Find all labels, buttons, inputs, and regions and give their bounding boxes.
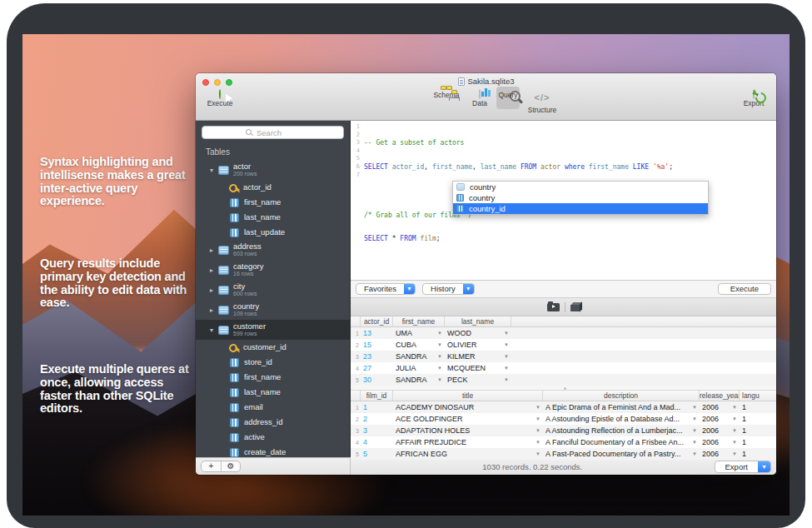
sidebar-item-first-name-2[interactable]: first_name	[196, 370, 350, 385]
add-button[interactable]: +	[202, 461, 221, 471]
cell-dropdown-icon[interactable]: ▼	[732, 428, 740, 433]
cell-dropdown-icon[interactable]: ▼	[692, 440, 700, 445]
search-field[interactable]	[202, 126, 344, 139]
sidebar-item-last-name[interactable]: last_name	[196, 210, 350, 225]
chevron-expanded-icon[interactable]: ▾	[207, 326, 216, 334]
data-toolbar-button[interactable]: Data	[467, 90, 492, 107]
column-header-release-year[interactable]: release_year	[700, 391, 740, 401]
cell-dropdown-icon[interactable]: ▼	[504, 377, 511, 382]
cell-dropdown-icon[interactable]: ▼	[536, 405, 543, 410]
table-row[interactable]: 5 30 SANDRA▼ PECK▼	[351, 374, 776, 386]
autocomplete-item-country-column[interactable]: country	[453, 192, 708, 203]
cell-dropdown-icon[interactable]: ▼	[504, 366, 511, 371]
table-row[interactable]: 3 23 SANDRA▼ KILMER▼	[351, 351, 776, 362]
cell-dropdown-icon[interactable]: ▼	[732, 440, 740, 445]
column-header-language[interactable]: langu	[740, 391, 776, 401]
cell-pk: 15	[361, 341, 393, 349]
cell: 2006▼	[700, 426, 740, 435]
sidebar-item-create-date[interactable]: create_date	[196, 445, 350, 457]
results-toolbar	[351, 298, 776, 316]
column-header-actor-id[interactable]: actor_id	[361, 316, 393, 326]
chevron-down-icon[interactable]: ▼	[404, 284, 415, 294]
cell-dropdown-icon[interactable]: ▼	[692, 405, 700, 410]
search-input[interactable]	[257, 128, 300, 137]
monitor-bezel: Syntax highlighting and intellisense mak…	[7, 3, 805, 528]
sidebar-item-first-name[interactable]: first_name	[196, 195, 350, 210]
execute-toolbar-button[interactable]: Execute	[203, 90, 237, 107]
table-row[interactable]: 1 1 ACADEMY DINOSAUR▼ A Epic Drama of a …	[351, 401, 776, 413]
sidebar-item-actor-id[interactable]: actor_id	[196, 180, 350, 195]
table-row[interactable]: 4 4 AFFAIR PREJUDICE▼ A Fanciful Documen…	[351, 436, 776, 448]
add-settings-control: + ⚙	[201, 461, 241, 472]
column-icon	[456, 205, 464, 212]
table-row[interactable]: 5 5 AFRICAN EGG▼ A Fast-Paced Documentar…	[351, 448, 776, 460]
query-toolbar-button-selected[interactable]: Query	[494, 90, 522, 99]
history-dropdown[interactable]: History ▼	[422, 283, 475, 295]
schema-toolbar-button[interactable]: Schema	[429, 90, 464, 99]
cell-dropdown-icon[interactable]: ▼	[732, 405, 740, 410]
run-folder-icon[interactable]	[547, 303, 560, 311]
autocomplete-item-country-id-selected[interactable]: country_id	[453, 203, 708, 214]
cell-dropdown-icon[interactable]: ▼	[437, 342, 445, 347]
chevron-down-icon[interactable]: ▼	[758, 461, 770, 472]
table-row[interactable]: 2 2 ACE GOLDFINGER▼ A Astounding Epistle…	[351, 413, 776, 425]
cell-dropdown-icon[interactable]: ▼	[504, 331, 511, 336]
cell-dropdown-icon[interactable]: ▼	[692, 451, 700, 456]
cell-dropdown-icon[interactable]: ▼	[692, 428, 700, 433]
execute-query-button[interactable]: Execute	[718, 283, 771, 295]
chevron-expanded-icon[interactable]: ▾	[207, 167, 216, 174]
table-row[interactable]: 4 27 JULIA▼ MCQUEEN▼	[351, 362, 776, 374]
cell-dropdown-icon[interactable]: ▼	[437, 366, 445, 371]
sidebar-item-address-id[interactable]: address_id	[196, 415, 350, 430]
sql-editor[interactable]: 1 2 3 4 5 6 7 -- Get a subset of actors …	[351, 121, 776, 281]
column-header-last-name[interactable]: last_name	[445, 316, 511, 326]
cell-dropdown-icon[interactable]: ▼	[732, 416, 740, 421]
favorites-dropdown[interactable]: Favorites ▼	[356, 283, 416, 295]
cell-dropdown-icon[interactable]: ▼	[437, 377, 445, 382]
export-toolbar-button[interactable]: ▼ Export	[738, 90, 770, 107]
sidebar-item-address[interactable]: ▸ address603 rows	[196, 240, 350, 260]
sidebar-item-customer-id[interactable]: customer_id	[196, 340, 350, 355]
sidebar-item-active[interactable]: active	[196, 430, 350, 445]
cell-dropdown-icon[interactable]: ▼	[732, 451, 740, 456]
cell-dropdown-icon[interactable]: ▼	[536, 440, 543, 445]
chevron-collapsed-icon[interactable]: ▸	[207, 306, 216, 314]
cell-dropdown-icon[interactable]: ▼	[536, 451, 543, 456]
cell-dropdown-icon[interactable]: ▼	[536, 416, 543, 421]
cell-dropdown-icon[interactable]: ▼	[437, 354, 445, 359]
column-header-first-name[interactable]: first_name	[393, 316, 445, 326]
chevron-collapsed-icon[interactable]: ▸	[207, 266, 216, 274]
table-row[interactable]: 3 3 ADAPTATION HOLES▼ A Astounding Refle…	[351, 425, 776, 436]
sidebar-item-actor[interactable]: ▾ actor200 rows	[196, 160, 350, 180]
horizontal-scrollbar[interactable]	[351, 386, 776, 391]
database-box-icon[interactable]	[570, 305, 580, 311]
chevron-collapsed-icon[interactable]: ▸	[207, 286, 216, 294]
gear-button[interactable]: ⚙	[221, 461, 240, 471]
sidebar-item-customer-selected[interactable]: ▾ customer599 rows	[196, 320, 350, 340]
cell-dropdown-icon[interactable]: ▼	[692, 416, 700, 421]
search-icon	[246, 129, 253, 137]
column-header-film-id[interactable]: film_id	[361, 391, 393, 401]
structure-toolbar-button[interactable]: </> Structure	[524, 90, 560, 114]
cell-dropdown-icon[interactable]: ▼	[504, 342, 511, 347]
cell-dropdown-icon[interactable]: ▼	[437, 331, 445, 336]
autocomplete-item-country-table[interactable]: country	[453, 182, 708, 192]
cell-dropdown-icon[interactable]: ▼	[536, 428, 543, 433]
chevron-down-icon[interactable]: ▼	[463, 284, 474, 294]
column-header-description[interactable]: description	[543, 391, 700, 401]
table-row[interactable]: 2 15 CUBA▼ OLIVIER▼	[351, 339, 776, 351]
column-header-title[interactable]: title	[393, 391, 543, 401]
sidebar-item-last-update[interactable]: last_update	[196, 225, 350, 240]
sidebar-item-email[interactable]: email	[196, 400, 350, 415]
sidebar-item-last-name-2[interactable]: last_name	[196, 385, 350, 400]
code-line-1: -- Get a subset of actors	[364, 139, 776, 147]
cell-dropdown-icon[interactable]: ▼	[504, 354, 511, 359]
sidebar-item-country[interactable]: ▸ country109 rows	[196, 300, 350, 320]
table-row[interactable]: 1 13 UMA▼ WOOD▼	[351, 327, 776, 339]
sidebar-item-city[interactable]: ▸ city600 rows	[196, 280, 350, 300]
sidebar-item-store-id[interactable]: store_id	[196, 355, 350, 370]
sidebar-item-category[interactable]: ▸ category16 rows	[196, 260, 350, 280]
export-results-button[interactable]: Export ▼	[715, 461, 771, 473]
chevron-collapsed-icon[interactable]: ▸	[207, 247, 216, 254]
cell: ADAPTATION HOLES▼	[393, 426, 543, 435]
